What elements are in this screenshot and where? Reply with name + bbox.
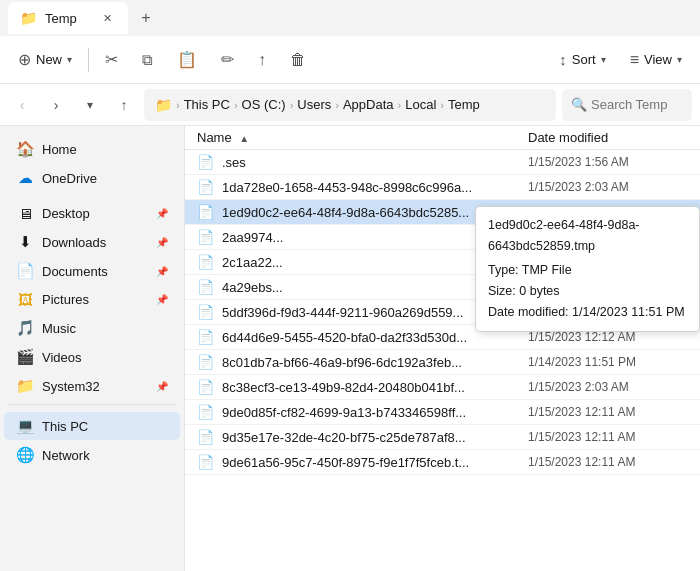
file-row[interactable]: 📄1ed9d0c2-ee64-48f4-9d8a-6643bdc5285...1… bbox=[185, 200, 700, 225]
new-button[interactable]: ⊕ New ▾ bbox=[8, 44, 82, 75]
share-button[interactable]: ↑ bbox=[248, 45, 276, 75]
file-row[interactable]: 📄9d35e17e-32de-4c20-bf75-c25de787af8...1… bbox=[185, 425, 700, 450]
file-icon: 📄 bbox=[197, 179, 214, 195]
col-name-header: Name ▲ bbox=[197, 130, 528, 145]
breadcrumb-folder-icon: 📁 bbox=[155, 97, 172, 113]
delete-button[interactable]: 🗑 bbox=[280, 45, 316, 75]
file-tooltip: 1ed9d0c2-ee64-48f4-9d8a-6643bdc52859.tmp… bbox=[475, 206, 700, 332]
share-icon: ↑ bbox=[258, 51, 266, 69]
tab-title: Temp bbox=[45, 11, 77, 26]
breadcrumb-thispc: This PC bbox=[184, 97, 230, 112]
view-button[interactable]: ≡ View ▾ bbox=[620, 45, 692, 75]
up-button[interactable]: ↑ bbox=[110, 91, 138, 119]
sort-chevron-icon: ▾ bbox=[601, 54, 606, 65]
rename-button[interactable]: ✏ bbox=[211, 44, 244, 75]
main-layout: 🏠 Home ☁ OneDrive 🖥 Desktop 📌 ⬇ Download… bbox=[0, 126, 700, 571]
sidebar-item-home[interactable]: 🏠 Home bbox=[4, 135, 180, 163]
file-icon: 📄 bbox=[197, 329, 214, 345]
file-date: 1/14/2023 11:51 PM bbox=[528, 355, 688, 369]
breadcrumb-local: Local bbox=[405, 97, 436, 112]
forward-button[interactable]: › bbox=[42, 91, 70, 119]
sidebar-item-downloads[interactable]: ⬇ Downloads 📌 bbox=[4, 228, 180, 256]
address-bar: ‹ › ▾ ↑ 📁 › This PC › OS (C:) › Users › … bbox=[0, 84, 700, 126]
file-icon: 📄 bbox=[197, 204, 214, 220]
title-bar: 📁 Temp ✕ + bbox=[0, 0, 700, 36]
breadcrumb-users: Users bbox=[297, 97, 331, 112]
tab-close-button[interactable]: ✕ bbox=[99, 10, 116, 27]
new-icon: ⊕ bbox=[18, 50, 31, 69]
copy-icon: ⧉ bbox=[142, 51, 153, 69]
copy-button[interactable]: ⧉ bbox=[132, 45, 163, 75]
file-icon: 📄 bbox=[197, 379, 214, 395]
downloads-icon: ⬇ bbox=[16, 233, 34, 251]
file-name: 9de0d85f-cf82-4699-9a13-b743346598ff... bbox=[222, 405, 528, 420]
file-name: .ses bbox=[222, 155, 528, 170]
tooltip-date: Date modified: 1/14/2023 11:51 PM bbox=[488, 302, 687, 323]
sidebar-item-system32[interactable]: 📁 System32 📌 bbox=[4, 372, 180, 400]
breadcrumb-sep-6: › bbox=[440, 99, 444, 111]
file-icon: 📄 bbox=[197, 404, 214, 420]
paste-button[interactable]: 📋 bbox=[167, 44, 207, 75]
file-name: 9de61a56-95c7-450f-8975-f9e1f7f5fceb.t..… bbox=[222, 455, 528, 470]
tab-folder-icon: 📁 bbox=[20, 10, 37, 26]
new-tab-button[interactable]: + bbox=[132, 4, 160, 32]
search-box[interactable]: 🔍 bbox=[562, 89, 692, 121]
tooltip-size: Size: 0 bytes bbox=[488, 281, 687, 302]
paste-icon: 📋 bbox=[177, 50, 197, 69]
sort-icon: ↕ bbox=[559, 51, 567, 68]
breadcrumb-temp: Temp bbox=[448, 97, 480, 112]
sidebar: 🏠 Home ☁ OneDrive 🖥 Desktop 📌 ⬇ Download… bbox=[0, 126, 185, 571]
back-button[interactable]: ‹ bbox=[8, 91, 36, 119]
active-tab[interactable]: 📁 Temp ✕ bbox=[8, 2, 128, 34]
file-row[interactable]: 📄.ses1/15/2023 1:56 AM bbox=[185, 150, 700, 175]
sidebar-item-onedrive[interactable]: ☁ OneDrive bbox=[4, 164, 180, 192]
sort-label: Sort bbox=[572, 52, 596, 67]
file-row[interactable]: 📄8c01db7a-bf66-46a9-bf96-6dc192a3feb...1… bbox=[185, 350, 700, 375]
pin-icon: 📌 bbox=[156, 208, 168, 219]
file-date: 1/15/2023 2:03 AM bbox=[528, 180, 688, 194]
cut-button[interactable]: ✂ bbox=[95, 44, 128, 75]
sidebar-item-network[interactable]: 🌐 Network bbox=[4, 441, 180, 469]
file-date: 1/15/2023 12:11 AM bbox=[528, 455, 688, 469]
pin-icon: 📌 bbox=[156, 294, 168, 305]
breadcrumb-drive: OS (C:) bbox=[242, 97, 286, 112]
sidebar-item-label: Desktop bbox=[42, 206, 90, 221]
file-list-header: Name ▲ Date modified bbox=[185, 126, 700, 150]
pin-icon: 📌 bbox=[156, 266, 168, 277]
file-name: 8c38ecf3-ce13-49b9-82d4-20480b041bf... bbox=[222, 380, 528, 395]
sidebar-item-videos[interactable]: 🎬 Videos bbox=[4, 343, 180, 371]
sidebar-item-label: System32 bbox=[42, 379, 100, 394]
file-row[interactable]: 📄1da728e0-1658-4453-948c-8998c6c996a...1… bbox=[185, 175, 700, 200]
file-list[interactable]: Name ▲ Date modified 📄.ses1/15/2023 1:56… bbox=[185, 126, 700, 571]
recent-button[interactable]: ▾ bbox=[76, 91, 104, 119]
view-label: View bbox=[644, 52, 672, 67]
view-icon: ≡ bbox=[630, 51, 639, 69]
sidebar-item-thispc[interactable]: 💻 This PC bbox=[4, 412, 180, 440]
view-chevron-icon: ▾ bbox=[677, 54, 682, 65]
thispc-icon: 💻 bbox=[16, 417, 34, 435]
sidebar-item-music[interactable]: 🎵 Music bbox=[4, 314, 180, 342]
sort-button[interactable]: ↕ Sort ▾ bbox=[549, 45, 615, 74]
new-label: New bbox=[36, 52, 62, 67]
file-date: 1/15/2023 2:03 AM bbox=[528, 380, 688, 394]
file-row[interactable]: 📄9de61a56-95c7-450f-8975-f9e1f7f5fceb.t.… bbox=[185, 450, 700, 475]
sidebar-item-pictures[interactable]: 🖼 Pictures 📌 bbox=[4, 286, 180, 313]
file-row[interactable]: 📄8c38ecf3-ce13-49b9-82d4-20480b041bf...1… bbox=[185, 375, 700, 400]
documents-icon: 📄 bbox=[16, 262, 34, 280]
sidebar-item-desktop[interactable]: 🖥 Desktop 📌 bbox=[4, 200, 180, 227]
file-date: 1/15/2023 12:12 AM bbox=[528, 330, 688, 344]
sidebar-item-label: Music bbox=[42, 321, 76, 336]
sidebar-item-label: Videos bbox=[42, 350, 82, 365]
music-icon: 🎵 bbox=[16, 319, 34, 337]
sidebar-item-label: Network bbox=[42, 448, 90, 463]
pictures-icon: 🖼 bbox=[16, 291, 34, 308]
search-input[interactable] bbox=[591, 97, 683, 112]
sidebar-item-documents[interactable]: 📄 Documents 📌 bbox=[4, 257, 180, 285]
sidebar-item-label: OneDrive bbox=[42, 171, 97, 186]
file-icon: 📄 bbox=[197, 454, 214, 470]
breadcrumb[interactable]: 📁 › This PC › OS (C:) › Users › AppData … bbox=[144, 89, 556, 121]
file-icon: 📄 bbox=[197, 279, 214, 295]
file-icon: 📄 bbox=[197, 354, 214, 370]
sort-asc-icon: ▲ bbox=[239, 133, 249, 144]
file-row[interactable]: 📄9de0d85f-cf82-4699-9a13-b743346598ff...… bbox=[185, 400, 700, 425]
